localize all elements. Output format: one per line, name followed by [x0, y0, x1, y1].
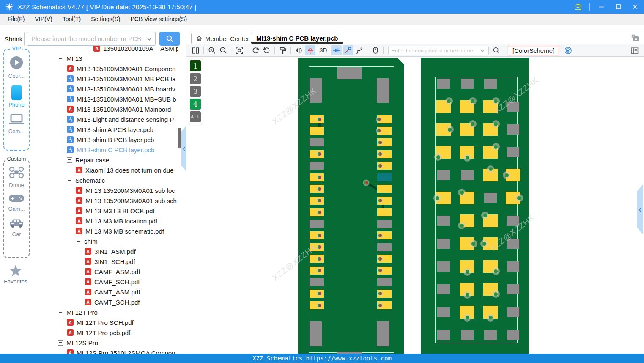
- layer-button-3[interactable]: 3: [190, 86, 201, 97]
- tree-file-item[interactable]: 3IN1_SCH.pdf: [85, 256, 178, 267]
- license-briefcase-icon[interactable]: [573, 1, 584, 12]
- tab-member-center[interactable]: Member Center: [191, 33, 254, 44]
- via[interactable]: [463, 154, 471, 162]
- tree-node[interactable]: Repair case: [67, 155, 178, 165]
- tree-node[interactable]: MI 12T Pro: [58, 307, 178, 317]
- via[interactable]: [492, 143, 500, 151]
- smd-pad-gray[interactable]: [507, 284, 519, 294]
- sidebar-item-computer[interactable]: Com...: [8, 114, 25, 135]
- tree-file-item[interactable]: CAMF_SCH.pdf: [85, 277, 178, 287]
- tree-file-item[interactable]: MI13-Light and distance sensing P: [67, 114, 178, 124]
- via[interactable]: [316, 233, 322, 239]
- collapse-minus-icon[interactable]: [58, 56, 63, 61]
- minimize-button[interactable]: [596, 1, 607, 12]
- visibility-eye-icon[interactable]: [564, 47, 572, 55]
- smd-pad-highlighted[interactable]: [377, 173, 392, 182]
- via[interactable]: [316, 302, 322, 308]
- net-search-icon[interactable]: [491, 45, 501, 55]
- tree-file-item[interactable]: MI13-135100M3M0A01 MB boardv: [67, 84, 178, 94]
- tree-file-item[interactable]: 3IN1_ASM.pdf: [85, 246, 178, 256]
- shrink-button[interactable]: Shrink: [3, 32, 25, 47]
- via[interactable]: [316, 198, 322, 204]
- maximize-button[interactable]: [613, 1, 624, 12]
- via[interactable]: [316, 267, 322, 273]
- smd-pad-gray[interactable]: [310, 278, 324, 286]
- tab-active-pcb[interactable]: MI13-shim C PCB layer.pcb: [251, 33, 343, 44]
- via[interactable]: [316, 116, 322, 122]
- smd-pad-gray[interactable]: [310, 220, 324, 228]
- smd-pad-gray[interactable]: [507, 124, 519, 135]
- smd-pad-gray[interactable]: [461, 330, 474, 340]
- smd-pad-yellow[interactable]: [310, 127, 324, 135]
- smd-pad-gray[interactable]: [461, 79, 474, 89]
- via[interactable]: [316, 174, 322, 180]
- via[interactable]: [463, 291, 471, 299]
- via[interactable]: [458, 189, 466, 196]
- smd-pad-gray[interactable]: [507, 147, 519, 157]
- smd-pad-gray[interactable]: [484, 330, 497, 340]
- collapse-minus-icon[interactable]: [58, 310, 63, 315]
- rotate-right-icon[interactable]: [261, 45, 272, 55]
- lamp-highlight-icon[interactable]: [305, 45, 315, 55]
- menu-item-tool-t[interactable]: Tool(T): [58, 14, 86, 25]
- diode-mode-icon[interactable]: [331, 45, 342, 55]
- sidebar-item-drone[interactable]: Drone: [8, 166, 25, 188]
- via[interactable]: [377, 302, 383, 308]
- smd-pad-gray[interactable]: [484, 193, 497, 203]
- smd-pad-gray[interactable]: [337, 67, 362, 79]
- via[interactable]: [446, 126, 454, 133]
- via[interactable]: [470, 240, 477, 248]
- close-button[interactable]: [630, 1, 641, 12]
- tree-file-item[interactable]: MI 13 135200M3M0A01 sub sch: [76, 195, 178, 206]
- layer-button-all[interactable]: ALL: [190, 111, 201, 122]
- tree-file-item[interactable]: 1350102000109A__ASM.p: [93, 46, 178, 53]
- via[interactable]: [377, 267, 383, 273]
- chevron-down-icon[interactable]: [480, 48, 485, 53]
- pcb-board-left[interactable]: [298, 58, 404, 354]
- tree-file-item[interactable]: MI13-135100M3M0A01 Mainbord: [67, 104, 178, 114]
- via[interactable]: [463, 314, 471, 322]
- tree-file-item[interactable]: MI 13 M3 MB location.pdf: [76, 216, 178, 226]
- search-button[interactable]: [159, 32, 180, 46]
- via[interactable]: [316, 291, 322, 297]
- tree-file-item[interactable]: MI 12S Pro 3510L2SMOA Compon: [67, 348, 178, 354]
- zoom-out-icon[interactable]: [218, 45, 228, 55]
- view-3d-button[interactable]: 3D: [316, 45, 330, 55]
- via[interactable]: [445, 97, 453, 105]
- model-search-combobox[interactable]: [27, 32, 156, 46]
- via[interactable]: [503, 171, 510, 179]
- smd-pad-gray[interactable]: [437, 284, 450, 294]
- collapse-minus-icon[interactable]: [67, 178, 72, 183]
- via[interactable]: [487, 165, 494, 173]
- tree-file-item[interactable]: CAMT_SCH.pdf: [85, 297, 178, 307]
- via[interactable]: [316, 256, 322, 262]
- smd-pad-gray[interactable]: [310, 162, 324, 170]
- via[interactable]: [469, 120, 477, 128]
- tree-file-item[interactable]: MI 13 M3 MB schematic.pdf: [76, 226, 178, 236]
- smd-pad-gray[interactable]: [377, 78, 389, 103]
- smd-pad-gray[interactable]: [377, 278, 392, 286]
- via[interactable]: [433, 194, 441, 202]
- smd-pad-gray[interactable]: [437, 79, 450, 89]
- probe-measure-icon[interactable]: [343, 45, 353, 55]
- tree-file-item[interactable]: MI13-135100M3M0A01 MB+SUB b: [67, 94, 178, 104]
- paint-roller-icon[interactable]: [277, 45, 288, 55]
- via[interactable]: [377, 163, 383, 169]
- sidebar-item-car[interactable]: Car: [8, 218, 25, 237]
- sidebar-item-course[interactable]: Cour...: [8, 55, 25, 79]
- via[interactable]: [376, 116, 382, 122]
- split-view-icon[interactable]: [190, 45, 201, 55]
- measure-curve-icon[interactable]: [354, 45, 364, 55]
- via[interactable]: [481, 212, 489, 219]
- layer-button-1[interactable]: 1: [190, 60, 201, 72]
- layer-button-2[interactable]: 2: [190, 73, 201, 84]
- via[interactable]: [316, 186, 322, 192]
- via[interactable]: [492, 267, 500, 275]
- smd-pad-gray[interactable]: [437, 216, 450, 226]
- via[interactable]: [377, 291, 383, 297]
- tree-file-item[interactable]: MI 12T Pro SCH.pdf: [67, 317, 178, 327]
- tree-file-item[interactable]: MI13-135100M3M0A01 MB PCB la: [67, 74, 178, 84]
- color-scheme-button[interactable]: [ColorScheme]: [508, 46, 559, 55]
- smd-pad-gray[interactable]: [310, 321, 322, 346]
- smd-pad-gray[interactable]: [310, 138, 324, 146]
